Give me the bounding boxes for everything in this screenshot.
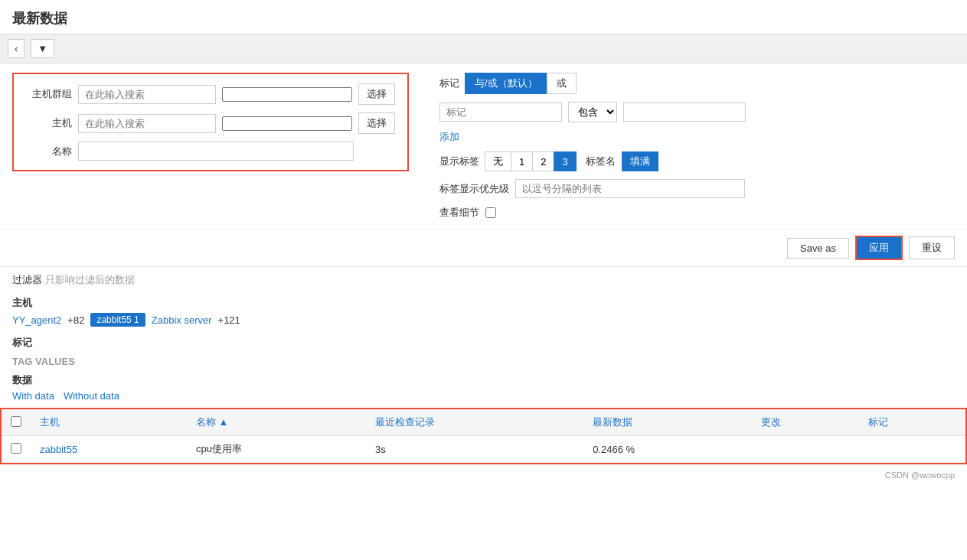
or-btn[interactable]: 或 xyxy=(547,73,577,94)
footer: CSDN @wowocpp xyxy=(0,464,967,486)
add-tag-link[interactable]: 添加 xyxy=(439,130,459,144)
filter-info-sub: 只影响过滤后的数据 xyxy=(45,274,135,285)
tags-row: 标记 与/或（默认） 或 xyxy=(439,73,955,94)
host-group-input[interactable] xyxy=(78,85,216,104)
host-extra-input[interactable] xyxy=(222,116,352,131)
tag-input[interactable] xyxy=(439,103,562,122)
hosts-label: 主机 xyxy=(12,296,955,310)
host-zabbix-server-count: +121 xyxy=(218,314,240,326)
row-tags-cell xyxy=(859,436,965,463)
host-label: 主机 xyxy=(26,116,72,130)
tag-name-label: 标签名 xyxy=(586,155,616,168)
detail-label: 查看细节 xyxy=(439,206,479,220)
without-data-link[interactable]: Without data xyxy=(64,390,119,402)
full-btn[interactable]: 填满 xyxy=(622,151,658,171)
page-title: 最新数据 xyxy=(0,0,967,34)
col-last-check: 最近检查记录 xyxy=(366,409,583,436)
table-container: 主机 名称 ▲ 最近检查记录 最新数据 更改 标记 zabbit55 cpu使用… xyxy=(0,408,967,464)
data-label: 数据 xyxy=(12,373,955,387)
row-last-check-cell: 3s xyxy=(366,436,583,463)
active-hosts-section: 主机 YY_agent2 +82 zabbit55 1 Zabbix serve… xyxy=(0,293,967,333)
priority-input[interactable] xyxy=(515,179,745,198)
name-input[interactable] xyxy=(78,142,354,161)
host-select-btn[interactable]: 选择 xyxy=(358,112,395,134)
tag-values-section: TAG VALUES xyxy=(0,353,967,370)
col-name[interactable]: 名称 ▲ xyxy=(187,409,366,436)
filter-section: 主机群组 选择 主机 选择 名称 标记 与/或（默认） xyxy=(0,63,967,230)
back-button[interactable]: ‹ xyxy=(8,39,25,58)
filter-right-panel: 标记 与/或（默认） 或 包含 添加 显示标签 无 1 xyxy=(439,73,955,220)
select-all-checkbox[interactable] xyxy=(11,416,21,427)
col-tags: 标记 xyxy=(859,409,965,436)
active-tags-label: 标记 xyxy=(12,337,32,348)
host-group-label: 主机群组 xyxy=(26,87,72,101)
hosts-list: YY_agent2 +82 zabbit55 1 Zabbix server +… xyxy=(12,313,955,327)
priority-row: 标签显示优先级 xyxy=(439,179,955,198)
data-filter-section: 数据 With data Without data xyxy=(0,370,967,408)
col-change: 更改 xyxy=(752,409,858,436)
and-or-default-btn[interactable]: 与/或（默认） xyxy=(465,73,547,94)
tags-label: 标记 xyxy=(439,77,459,90)
host-zabbit55-chip[interactable]: zabbit55 1 xyxy=(90,313,145,327)
name-label: 名称 xyxy=(26,145,72,158)
display-tags-row: 显示标签 无 1 2 3 标签名 填满 xyxy=(439,151,955,171)
display-2-btn[interactable]: 2 xyxy=(532,151,554,171)
table-row: zabbit55 cpu使用率 3s 0.2466 % xyxy=(2,436,965,463)
filter-info-title: 过滤器 xyxy=(12,274,42,285)
filter-icon: ▼ xyxy=(38,43,47,54)
table-header-row: 主机 名称 ▲ 最近检查记录 最新数据 更改 标记 xyxy=(2,409,965,436)
filter-left-panel: 主机群组 选择 主机 选择 名称 xyxy=(12,73,409,171)
display-tags-label: 显示标签 xyxy=(439,155,479,168)
data-table: 主机 名称 ▲ 最近检查记录 最新数据 更改 标记 zabbit55 cpu使用… xyxy=(2,409,965,463)
host-zabbix-server[interactable]: Zabbix server xyxy=(152,314,212,326)
host-row: 主机 选择 xyxy=(26,112,395,134)
host-yy-agent2-count: +82 xyxy=(67,314,84,326)
host-yy-agent2[interactable]: YY_agent2 xyxy=(12,314,61,326)
display-1-btn[interactable]: 1 xyxy=(511,151,533,171)
col-checkbox xyxy=(2,409,31,436)
row-change-cell xyxy=(752,436,858,463)
row-checkbox[interactable] xyxy=(11,443,21,454)
data-links: With data Without data xyxy=(12,390,955,402)
display-3-btn[interactable]: 3 xyxy=(554,151,576,171)
with-data-link[interactable]: With data xyxy=(12,390,54,402)
save-as-button[interactable]: Save as xyxy=(787,238,849,259)
filter-button[interactable]: ▼ xyxy=(31,39,54,58)
row-name-cell: cpu使用率 xyxy=(187,436,366,463)
priority-label: 标签显示优先级 xyxy=(439,182,509,196)
filter-info-section: 过滤器 只影响过滤后的数据 xyxy=(0,267,967,293)
name-row: 名称 xyxy=(26,142,395,161)
host-group-select-btn[interactable]: 选择 xyxy=(358,83,395,105)
host-input[interactable] xyxy=(78,114,216,133)
row-host-cell[interactable]: zabbit55 xyxy=(31,436,187,463)
tag-input-row: 包含 xyxy=(439,102,955,122)
col-latest-data: 最新数据 xyxy=(583,409,752,436)
display-none-btn[interactable]: 无 xyxy=(485,151,511,171)
apply-button[interactable]: 应用 xyxy=(855,236,903,260)
detail-row: 查看细节 xyxy=(439,206,955,220)
detail-checkbox[interactable] xyxy=(485,207,496,218)
action-row: Save as 应用 重设 xyxy=(0,230,967,267)
host-group-extra-input[interactable] xyxy=(222,87,352,102)
add-tag-row: 添加 xyxy=(439,130,955,144)
row-checkbox-cell xyxy=(2,436,31,463)
row-latest-data-cell: 0.2466 % xyxy=(583,436,752,463)
host-group-row: 主机群组 选择 xyxy=(26,83,395,105)
toolbar: ‹ ▼ xyxy=(0,34,967,63)
active-tags-section: 标记 xyxy=(0,333,967,353)
reset-button[interactable]: 重设 xyxy=(909,236,955,259)
tag-value-input[interactable] xyxy=(623,103,746,122)
col-host[interactable]: 主机 xyxy=(31,409,187,436)
tag-contains-select[interactable]: 包含 xyxy=(568,102,617,122)
